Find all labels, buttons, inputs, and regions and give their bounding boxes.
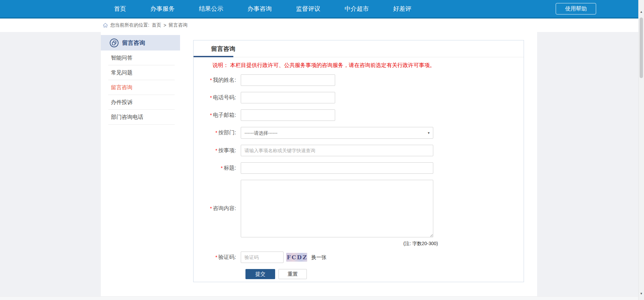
- title-input[interactable]: [241, 162, 433, 174]
- name-input[interactable]: [241, 74, 335, 86]
- breadcrumb: 您当前所在的位置: 首页 > 留言咨询: [0, 19, 638, 32]
- sidebar-menu: 智能问答 常见问题 留言咨询 办件投诉 部门咨询电话: [108, 51, 175, 125]
- content-label: *咨询内容:: [194, 205, 241, 212]
- top-navigation-bar: 首页 办事服务 结果公示 办事咨询 监督评议 中介超市 好差评 使用帮助: [0, 0, 638, 19]
- required-mark: *: [210, 205, 212, 211]
- nav-item-services[interactable]: 办事服务: [150, 5, 175, 13]
- submit-button[interactable]: 提交: [245, 269, 275, 279]
- phone-row: *电话号码:: [194, 92, 524, 103]
- nav-item-consult[interactable]: 办事咨询: [247, 5, 272, 13]
- captcha-input[interactable]: [241, 252, 284, 263]
- scroll-up-icon[interactable]: ▲: [639, 10, 644, 13]
- reset-button[interactable]: 重置: [279, 269, 307, 279]
- nav-item-intermediary[interactable]: 中介超市: [345, 5, 369, 13]
- consult-form: *我的姓名: *电话号码: *电子邮箱: *按部门: ------请选择----…: [194, 74, 524, 279]
- department-row: *按部门: ------请选择------ ▼: [194, 127, 524, 139]
- matter-input[interactable]: [241, 145, 433, 156]
- form-notice: 说明： 本栏目提供行政许可、公共服务事项的咨询服务，请在咨询前选定有关行政许可事…: [212, 62, 524, 69]
- matter-row: *按事项:: [194, 145, 524, 156]
- captcha-image[interactable]: FCDZ: [286, 253, 307, 262]
- content-column: 留言咨询 智能问答 常见问题 留言咨询 办件投诉 部门咨询电话 留言咨询 说明：…: [101, 32, 537, 296]
- message-consult-panel: 留言咨询 说明： 本栏目提供行政许可、公共服务事项的咨询服务，请在咨询前选定有关…: [193, 40, 524, 282]
- home-icon: [103, 23, 108, 28]
- required-mark: *: [210, 112, 212, 118]
- sidebar-item-smart-qa[interactable]: 智能问答: [108, 51, 175, 65]
- content-row: *咨询内容:: [194, 180, 524, 237]
- matter-label: *按事项:: [194, 147, 241, 154]
- department-select[interactable]: ------请选择------: [241, 127, 433, 139]
- department-select-wrap: ------请选择------ ▼: [241, 127, 433, 139]
- breadcrumb-home-link[interactable]: 首页: [152, 22, 161, 28]
- vertical-scrollbar[interactable]: ▲ ▼: [638, 0, 644, 300]
- department-label: *按部门:: [194, 129, 241, 136]
- sidebar-item-complaint[interactable]: 办件投诉: [108, 95, 175, 110]
- title-label: *标题:: [194, 165, 241, 172]
- breadcrumb-current: 留言咨询: [169, 22, 187, 28]
- email-label: *电子邮箱:: [194, 112, 241, 119]
- sidebar-header: 留言咨询: [101, 35, 180, 51]
- captcha-label: *验证码:: [194, 254, 241, 261]
- nav-item-home[interactable]: 首页: [114, 5, 126, 13]
- required-mark: *: [215, 147, 217, 153]
- title-row: *标题:: [194, 162, 524, 174]
- required-mark: *: [210, 95, 212, 100]
- required-mark: *: [215, 130, 217, 135]
- word-count-note: (注: 字数20-300): [245, 241, 438, 247]
- active-tab-underline: [194, 56, 233, 57]
- content-textarea[interactable]: [241, 180, 433, 237]
- email-row: *电子邮箱:: [194, 109, 524, 121]
- phone-label: *电话号码:: [194, 94, 241, 101]
- form-buttons: 提交 重置: [245, 269, 524, 279]
- name-label: *我的姓名:: [194, 77, 241, 84]
- captcha-refresh-link[interactable]: 换一张: [311, 254, 326, 261]
- nav-item-results[interactable]: 结果公示: [199, 5, 223, 13]
- email-input[interactable]: [241, 109, 335, 121]
- scroll-down-icon[interactable]: ▼: [639, 292, 644, 295]
- breadcrumb-prefix: 您当前所在的位置:: [110, 22, 149, 28]
- panel-header: 留言咨询: [194, 40, 524, 57]
- phone-input[interactable]: [241, 92, 335, 103]
- nav-item-rating[interactable]: 好差评: [393, 5, 411, 13]
- nav-menu: 首页 办事服务 结果公示 办事咨询 监督评议 中介超市 好差评: [114, 5, 411, 13]
- captcha-row: *验证码: FCDZ 换一张: [194, 252, 524, 263]
- horizontal-scrollbar[interactable]: [0, 296, 638, 300]
- sidebar-item-dept-phone[interactable]: 部门咨询电话: [108, 110, 175, 125]
- sidebar-item-message-consult[interactable]: 留言咨询: [108, 80, 175, 95]
- required-mark: *: [210, 77, 212, 83]
- required-mark: *: [221, 165, 223, 171]
- page-background: 留言咨询 智能问答 常见问题 留言咨询 办件投诉 部门咨询电话 留言咨询 说明：…: [0, 32, 638, 296]
- tab-message-consult[interactable]: 留言咨询: [211, 40, 235, 57]
- sidebar-item-faq[interactable]: 常见问题: [108, 65, 175, 80]
- vertical-scrollbar-thumb[interactable]: [640, 18, 643, 78]
- name-row: *我的姓名:: [194, 74, 524, 86]
- sidebar: 留言咨询 智能问答 常见问题 留言咨询 办件投诉 部门咨询电话: [101, 35, 180, 125]
- breadcrumb-separator: >: [164, 23, 166, 28]
- required-mark: *: [215, 254, 217, 260]
- help-button[interactable]: 使用帮助: [556, 3, 596, 14]
- sidebar-title: 留言咨询: [122, 39, 145, 47]
- message-consult-icon: [110, 38, 119, 47]
- nav-item-supervision[interactable]: 监督评议: [296, 5, 320, 13]
